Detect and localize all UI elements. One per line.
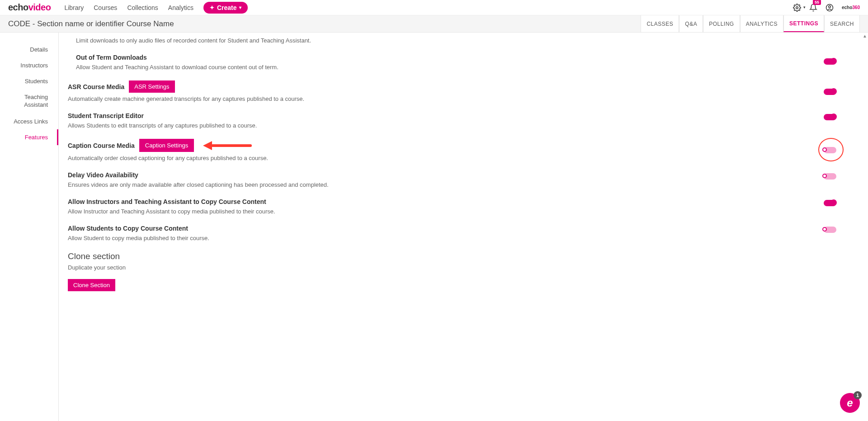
- chat-bubble[interactable]: e 1: [840, 393, 860, 413]
- asr-settings-button[interactable]: ASR Settings: [129, 80, 175, 93]
- course-title: CODE - Section name or identifier Course…: [8, 19, 174, 28]
- tab-settings[interactable]: SETTINGS: [783, 15, 824, 32]
- create-button[interactable]: ✦ Create ▾: [203, 2, 248, 14]
- course-header: CODE - Section name or identifier Course…: [0, 15, 868, 33]
- instructor-copy-desc: Allow Instructor and Teaching Assistant …: [68, 208, 850, 215]
- asr-title: ASR Course Media: [68, 83, 124, 90]
- course-tabs: CLASSES Q&A POLLING ANALYTICS SETTINGS S…: [641, 15, 860, 32]
- arrow-head-icon: [203, 141, 212, 150]
- brand-chip-echo: echo: [842, 5, 852, 10]
- delay-title: Delay Video Availability: [68, 171, 850, 179]
- tab-analytics[interactable]: ANALYTICS: [740, 15, 783, 32]
- sidebar-item-features[interactable]: Features: [0, 129, 58, 145]
- ste-desc: Allows Students to edit transcripts of a…: [68, 122, 850, 129]
- tab-polling[interactable]: POLLING: [703, 15, 740, 32]
- logo-echo: echo: [8, 2, 28, 12]
- settings-sidebar: Details Instructors Students Teaching As…: [0, 33, 59, 421]
- chat-letter: e: [847, 397, 853, 409]
- setting-caption-course-media: Caption Course Media Caption Settings Au…: [68, 139, 850, 161]
- out-of-term-desc: Allow Student and Teaching Assistant to …: [76, 64, 850, 71]
- ste-title: Student Transcript Editor: [68, 112, 850, 119]
- sidebar-item-students[interactable]: Students: [0, 73, 58, 89]
- clone-section-button[interactable]: Clone Section: [68, 279, 115, 291]
- caption-settings-button[interactable]: Caption Settings: [139, 139, 194, 152]
- toggle-out-of-term[interactable]: [824, 58, 836, 65]
- top-nav-links: Library Courses Collections Analytics: [64, 4, 193, 11]
- sidebar-item-label: Teaching Assistant: [24, 94, 48, 108]
- user-avatar-icon[interactable]: [826, 4, 834, 12]
- chat-badge: 1: [854, 391, 862, 399]
- setting-student-copy: Allow Students to Copy Course Content Al…: [68, 225, 850, 241]
- tab-qa[interactable]: Q&A: [679, 15, 703, 32]
- notifications-bell-icon[interactable]: 55: [809, 4, 817, 12]
- setting-student-transcript-editor: Student Transcript Editor Allows Student…: [68, 112, 850, 129]
- caption-title: Caption Course Media: [68, 142, 135, 149]
- tab-classes[interactable]: CLASSES: [641, 15, 679, 32]
- notif-count-badge: 55: [813, 0, 821, 5]
- nav-collections[interactable]: Collections: [127, 4, 158, 11]
- toggle-delay-video[interactable]: [824, 173, 836, 180]
- arrow-line-icon: [211, 144, 252, 147]
- toggle-instructor-copy[interactable]: [824, 200, 836, 206]
- settings-gear-icon[interactable]: ▾: [793, 4, 801, 12]
- svg-point-0: [796, 6, 798, 9]
- logo-video: video: [28, 2, 51, 12]
- setting-instructor-copy: Allow Instructors and Teaching Assistant…: [68, 198, 850, 215]
- logo[interactable]: echovideo: [8, 2, 51, 13]
- instructor-copy-title: Allow Instructors and Teaching Assistant…: [68, 198, 850, 205]
- nav-library[interactable]: Library: [64, 4, 84, 11]
- out-of-term-title: Out of Term Downloads: [76, 54, 850, 61]
- setting-asr: ASR Course Media ASR Settings Automatica…: [68, 80, 850, 102]
- setting-out-of-term: Out of Term Downloads Allow Student and …: [76, 54, 850, 71]
- top-bar: echovideo Library Courses Collections An…: [0, 0, 868, 15]
- svg-point-2: [829, 5, 831, 8]
- asr-desc: Automatically create machine generated t…: [68, 95, 850, 102]
- tab-search[interactable]: SEARCH: [824, 15, 860, 32]
- chevron-down-icon: ▾: [239, 5, 241, 10]
- sidebar-item-details[interactable]: Details: [0, 42, 58, 57]
- toggle-caption-course-media[interactable]: [824, 147, 836, 153]
- setting-delay-video: Delay Video Availability Ensures videos …: [68, 171, 850, 188]
- scroll-up-icon[interactable]: ▲: [863, 33, 867, 38]
- toggle-student-transcript-editor[interactable]: [824, 114, 836, 120]
- caption-desc: Automatically order closed captioning fo…: [68, 155, 850, 161]
- toggle-student-copy[interactable]: [824, 227, 836, 233]
- layout: Details Instructors Students Teaching As…: [0, 33, 868, 421]
- settings-main: ▲ Limit downloads to only audio files of…: [59, 33, 868, 421]
- create-sparkle-icon: ✦: [210, 5, 214, 11]
- student-copy-desc: Allow Student to copy media published to…: [68, 235, 850, 241]
- brand-chip[interactable]: echo360: [842, 5, 860, 10]
- nav-analytics[interactable]: Analytics: [168, 4, 193, 11]
- delay-desc: Ensures videos are only made available a…: [68, 181, 850, 188]
- brand-chip-accent: 360: [852, 5, 860, 10]
- limit-downloads-desc: Limit downloads to only audio files of r…: [76, 37, 850, 44]
- annotation-arrow: [203, 141, 252, 150]
- sidebar-item-access-links[interactable]: Access Links: [0, 114, 58, 129]
- clone-section-desc: Duplicate your section: [68, 264, 850, 271]
- sidebar-item-teaching-assistant[interactable]: Teaching Assistant: [0, 89, 58, 114]
- top-right-icons: ▾ 55 echo360: [793, 4, 860, 12]
- gear-chevron-icon: ▾: [803, 5, 806, 9]
- clone-section-heading: Clone section: [68, 251, 850, 261]
- student-copy-title: Allow Students to Copy Course Content: [68, 225, 850, 232]
- sidebar-item-instructors[interactable]: Instructors: [0, 57, 58, 73]
- nav-courses[interactable]: Courses: [94, 4, 117, 11]
- create-label: Create: [217, 4, 237, 11]
- toggle-asr[interactable]: [824, 89, 836, 95]
